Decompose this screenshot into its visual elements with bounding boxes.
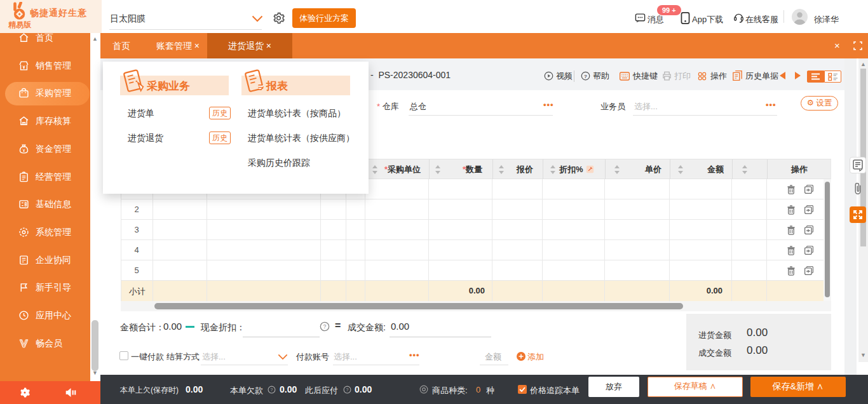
svg-text:?: ?	[323, 323, 327, 330]
svg-text:?: ?	[346, 387, 349, 392]
svg-text:?: ?	[584, 74, 587, 79]
svg-text:?: ?	[271, 387, 273, 392]
